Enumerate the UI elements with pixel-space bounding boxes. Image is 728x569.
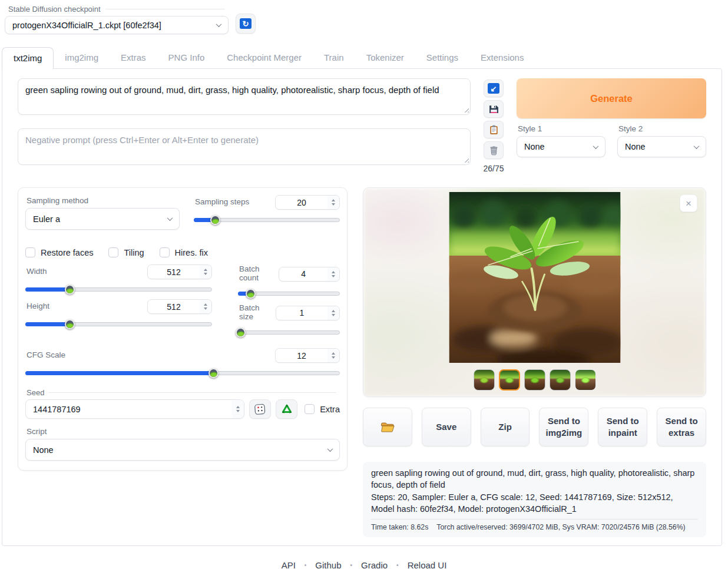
footer-link-api[interactable]: API [282, 560, 296, 569]
thumbnail-3[interactable] [524, 369, 545, 391]
label-rule [49, 392, 336, 393]
tab-png-info[interactable]: PNG Info [157, 47, 216, 68]
checkbox-box[interactable] [160, 247, 170, 257]
slider-thumb[interactable] [210, 215, 220, 225]
restore-faces-checkbox[interactable]: Restore faces [25, 247, 93, 257]
send-to-extras-button[interactable]: Send to extras [657, 408, 706, 446]
slider-thumb[interactable] [236, 327, 246, 338]
reuse-seed-button[interactable] [276, 399, 297, 419]
stepper-arrows[interactable] [327, 196, 339, 209]
tab-extensions[interactable]: Extensions [469, 47, 535, 68]
apply-style-button[interactable] [484, 121, 504, 138]
stepper-arrows[interactable] [327, 349, 339, 362]
info-prompt-text: green sapling rowing out of ground, mud,… [371, 467, 698, 491]
read-params-button[interactable]: ↙ [484, 80, 504, 97]
txt2img-panel: green sapling rowing out of ground, mud,… [2, 68, 722, 546]
width-input[interactable]: 512 [147, 264, 212, 279]
height-value: 512 [148, 302, 200, 312]
tab-txt2img[interactable]: txt2img [2, 47, 54, 69]
slider-thumb[interactable] [246, 289, 256, 299]
height-slider[interactable] [25, 319, 212, 329]
negative-prompt-input[interactable] [18, 128, 471, 165]
tab-checkpoint-merger[interactable]: Checkpoint Merger [216, 47, 313, 68]
width-slider[interactable] [25, 284, 212, 294]
sampling-steps-input[interactable]: 20 [275, 195, 340, 210]
chevron-down-icon [216, 21, 222, 27]
cfg-scale-label: CFG Scale [27, 350, 65, 359]
prompt-input[interactable]: green sapling rowing out of ground, mud,… [18, 78, 471, 115]
seed-input[interactable]: 1441787169 [25, 399, 244, 419]
vram-stats-text: Torch active/reserved: 3699/4702 MiB, Sy… [436, 522, 685, 532]
thumbnail-strip [363, 369, 706, 391]
height-input[interactable]: 512 [147, 299, 212, 314]
checkbox-box[interactable] [25, 247, 35, 257]
thumbnail-1[interactable] [474, 369, 495, 391]
footer-link-github[interactable]: Github [315, 560, 341, 569]
save-button[interactable]: Save [422, 408, 471, 446]
tiling-checkbox[interactable]: Tiling [108, 247, 144, 257]
script-select[interactable]: None [25, 439, 340, 461]
stepper-arrows[interactable] [200, 265, 211, 279]
open-folder-button[interactable] [363, 408, 412, 446]
trash-icon [489, 145, 499, 156]
thumbnail-5[interactable] [575, 369, 596, 391]
batch-size-label: Batch size [239, 303, 276, 321]
token-counter: 26/75 [483, 164, 504, 173]
checkpoint-value: protogenX34OfficialR_1.ckpt [60fe2f34] [12, 21, 161, 30]
style1-select[interactable]: None [517, 136, 605, 157]
tab-train[interactable]: Train [313, 47, 355, 68]
tab-settings[interactable]: Settings [415, 47, 469, 68]
send-to-img2img-button[interactable]: Send to img2img [539, 408, 588, 446]
extra-seed-checkbox[interactable]: Extra [305, 404, 340, 414]
slider-thumb[interactable] [209, 368, 219, 378]
slider-thumb[interactable] [65, 319, 75, 329]
thumbnail-2-selected[interactable] [499, 369, 520, 391]
sampling-method-select[interactable]: Euler a [25, 208, 180, 230]
checkbox-box[interactable] [305, 404, 315, 414]
script-value: None [33, 445, 54, 455]
batch-count-input[interactable]: 4 [279, 267, 340, 282]
generation-settings-panel: Sampling method Euler a Sampling steps 2… [18, 187, 348, 471]
checkbox-box[interactable] [108, 247, 118, 257]
cfg-scale-slider[interactable] [25, 368, 340, 378]
seed-label: Seed [27, 388, 44, 397]
footer-link-gradio[interactable]: Gradio [361, 560, 388, 569]
stepper-arrows[interactable] [327, 306, 339, 320]
close-gallery-button[interactable]: × [680, 194, 697, 212]
cfg-scale-input[interactable]: 12 [275, 348, 340, 363]
batch-count-slider[interactable] [238, 289, 340, 298]
save-style-button[interactable] [484, 100, 504, 118]
stepper-arrows[interactable] [327, 267, 339, 281]
tab-tokenizer[interactable]: Tokenizer [355, 47, 415, 68]
sampling-steps-slider[interactable] [194, 215, 340, 224]
footer-separator: • [305, 562, 307, 568]
hires-fix-checkbox[interactable]: Hires. fix [160, 247, 208, 257]
zip-button[interactable]: Zip [481, 408, 530, 446]
batch-size-slider[interactable] [238, 327, 340, 337]
chevron-down-icon [327, 446, 333, 452]
recycle-icon [281, 403, 293, 415]
clear-prompt-button[interactable] [484, 141, 504, 159]
slider-thumb[interactable] [65, 284, 75, 295]
generate-button[interactable]: Generate [517, 78, 706, 118]
checkpoint-select[interactable]: protogenX34OfficialR_1.ckpt [60fe2f34] [5, 16, 229, 34]
refresh-checkpoint-button[interactable]: ↻ [236, 14, 256, 34]
main-tabs: txt2img img2img Extras PNG Info Checkpoi… [2, 47, 728, 68]
style1-value: None [524, 142, 545, 151]
stepper-arrows[interactable] [232, 400, 244, 418]
checkpoint-label-text: Stable Diffusion checkpoint [8, 5, 101, 14]
batch-size-input[interactable]: 1 [276, 306, 340, 320]
batch-count-value: 4 [279, 269, 327, 279]
random-seed-button[interactable] [249, 399, 271, 419]
style2-select[interactable]: None [617, 136, 706, 157]
footer-link-reload-ui[interactable]: Reload UI [408, 560, 447, 569]
time-taken-text: Time taken: 8.62s [371, 522, 428, 532]
extra-label: Extra [320, 405, 340, 414]
tab-extras[interactable]: Extras [110, 47, 157, 68]
tab-img2img[interactable]: img2img [54, 47, 110, 68]
restore-faces-label: Restore faces [41, 248, 93, 257]
thumbnail-4[interactable] [550, 369, 571, 391]
stepper-arrows[interactable] [200, 300, 211, 313]
send-to-inpaint-button[interactable]: Send to inpaint [598, 408, 647, 446]
generated-image[interactable] [449, 192, 620, 363]
